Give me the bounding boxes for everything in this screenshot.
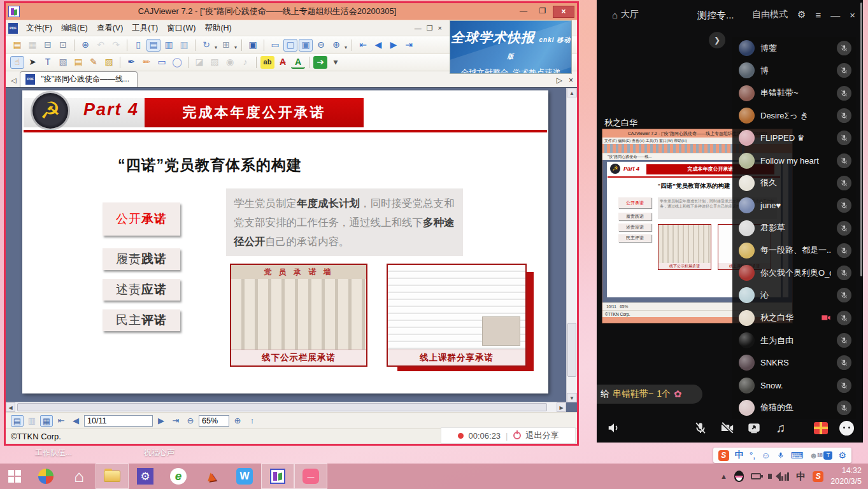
gift-icon[interactable] [814, 422, 828, 434]
rectangle-icon[interactable]: ▭ [155, 56, 169, 69]
tab-scroll-right-icon[interactable]: ▷ [557, 76, 562, 85]
dropdown-caret-icon[interactable]: ▾ [345, 41, 347, 53]
actual-size-icon[interactable]: ▣ [299, 39, 313, 52]
snapshot-icon[interactable]: ⊞▾ [219, 39, 233, 52]
participant-row[interactable]: DesireΣっ き [732, 104, 856, 127]
taskbar-app-home[interactable]: ⌂ [62, 464, 96, 489]
annotation-icon[interactable]: ✎ [87, 56, 101, 69]
view-facing-icon[interactable]: ▥ [25, 415, 38, 427]
document-tab[interactable]: PDF "疫"路同心践使命——线... [20, 71, 138, 87]
volume-icon[interactable] [768, 474, 772, 479]
print-icon[interactable]: ⊟ [41, 39, 55, 52]
cross-out-icon[interactable]: A [276, 56, 290, 69]
menu-item-3[interactable]: 工具(T) [127, 22, 162, 35]
keyboard-icon[interactable]: ⌨ [791, 450, 804, 460]
mode-selector[interactable]: 自由模式 [752, 9, 788, 20]
select-tool-icon[interactable]: ➤ [25, 56, 39, 69]
battery-icon[interactable] [751, 473, 761, 479]
taskbar-app-cajviewer[interactable] [261, 464, 294, 489]
voice-input-icon[interactable] [776, 448, 785, 463]
taskbar-app-explorer[interactable] [96, 464, 129, 489]
facing-page-icon[interactable]: ▥ [162, 39, 176, 52]
mic-muted-icon[interactable] [837, 311, 851, 325]
mic-muted-icon[interactable] [837, 108, 851, 123]
underline-icon[interactable]: A [291, 57, 305, 69]
exit-share-button[interactable]: 退出分享 [526, 430, 559, 441]
mic-muted-icon[interactable] [837, 131, 851, 145]
hand-tool-icon[interactable]: ☝ [10, 56, 24, 69]
vertical-scroll-thumb[interactable] [567, 323, 576, 377]
stamp-icon[interactable]: ◉ [223, 56, 237, 69]
save-icon[interactable]: ▦ [25, 39, 39, 52]
view-grid-icon[interactable]: ▦ [40, 415, 53, 427]
taskbar-app-matlab[interactable]: ▲ [195, 464, 228, 489]
dropdown-caret-icon[interactable]: ▾ [215, 41, 217, 53]
tray-clock[interactable]: 14:32 2020/3/5 [830, 465, 862, 487]
participant-row[interactable]: 博 [732, 59, 856, 82]
highlight-icon[interactable]: ab [260, 56, 274, 69]
doc-restore-icon[interactable]: ❐ [427, 24, 433, 32]
pencil-icon[interactable]: ✏ [139, 56, 153, 69]
settings-gear-icon[interactable]: ⚙ [797, 9, 806, 20]
participant-row[interactable]: FLIPPED ♛ [732, 127, 856, 149]
menu-hamburger-icon[interactable]: ≡ [815, 10, 821, 20]
last-page-icon[interactable]: ⇥ [169, 415, 182, 427]
mic-muted-icon[interactable] [837, 86, 851, 101]
area-select-icon[interactable]: ▧ [56, 56, 70, 69]
text-select-icon[interactable]: T [41, 56, 55, 69]
open-file-icon[interactable]: ▤ [10, 39, 24, 52]
print-preview-icon[interactable]: ⊡ [56, 39, 70, 52]
sogou-tray-icon[interactable]: S [813, 471, 823, 482]
continuous-page-icon[interactable]: ▤ [146, 39, 160, 52]
tab-scroll-left-icon[interactable]: ◁ [10, 76, 20, 87]
image-icon[interactable]: ▨ [208, 56, 222, 69]
participant-row[interactable]: Snow. [732, 374, 856, 396]
tray-expand-icon[interactable]: ▲ [720, 472, 727, 480]
taskbar-app-wps[interactable]: W [228, 464, 261, 489]
hall-button[interactable]: ⌂ 大厅 [612, 9, 639, 20]
participant-row[interactable]: 生为自由 [732, 329, 856, 351]
close-button[interactable]: × [553, 6, 574, 18]
scroll-up-icon[interactable]: ▲ [567, 88, 577, 97]
scroll-right-icon[interactable]: ▶ [557, 402, 566, 412]
participant-row[interactable]: 秋之白华 [732, 307, 856, 329]
tray-lang-indicator[interactable]: 中 [796, 471, 806, 483]
mic-muted-icon[interactable] [837, 355, 851, 370]
music-icon[interactable]: ♫ [772, 420, 789, 436]
zoom-level-input[interactable] [199, 415, 229, 427]
prev-page-icon[interactable]: ◀ [69, 415, 82, 427]
scroll-down-icon[interactable]: ▼ [567, 393, 577, 402]
punctuation-toggle[interactable]: °, [750, 450, 756, 460]
menu-item-4[interactable]: 窗口(W) [162, 22, 200, 35]
mic-muted-icon[interactable] [837, 288, 851, 302]
next-page-icon[interactable]: ▶ [155, 415, 167, 427]
text-note-icon[interactable]: ▨ [102, 56, 116, 69]
participant-row[interactable]: june♥ [732, 194, 856, 216]
participant-row[interactable]: 沁 [732, 284, 856, 306]
two-up-icon[interactable]: ▥ [177, 39, 191, 52]
mic-muted-icon[interactable] [837, 243, 851, 258]
mic-muted-icon[interactable] [837, 176, 851, 190]
zoom-out-icon[interactable]: ⊖ [184, 415, 197, 427]
participant-row[interactable]: 串错鞋带~ [732, 82, 856, 104]
conf-close-icon[interactable]: × [850, 10, 855, 20]
sound-icon[interactable]: ♪ [238, 56, 252, 69]
participant-row[interactable]: 很久 [732, 172, 856, 194]
toolbox-wrench-icon[interactable]: ⚙ [838, 450, 846, 460]
mic-off-icon[interactable] [692, 420, 709, 436]
horizontal-scrollbar[interactable]: ◀ ▶ [6, 402, 566, 412]
skin-icon[interactable]: T [823, 451, 832, 460]
taskbar-app-pinwheel[interactable] [29, 464, 62, 489]
tab-close-icon[interactable]: × [569, 76, 573, 85]
taskbar-app-settings[interactable]: ⚙ [129, 464, 162, 489]
mic-muted-icon[interactable] [837, 63, 851, 78]
screen-share-icon[interactable] [746, 420, 762, 436]
go-icon[interactable]: ➔ [313, 56, 327, 69]
menu-item-1[interactable]: 编辑(E) [57, 22, 92, 35]
horizontal-scroll-thumb[interactable] [17, 403, 547, 411]
participant-row[interactable]: 博蓥 [732, 37, 856, 59]
menu-item-0[interactable]: 文件(F) [22, 22, 57, 35]
camera-on-icon[interactable] [819, 313, 833, 323]
pen-icon[interactable]: ✒ [124, 56, 138, 69]
view-single-icon[interactable]: ▤ [11, 415, 24, 427]
